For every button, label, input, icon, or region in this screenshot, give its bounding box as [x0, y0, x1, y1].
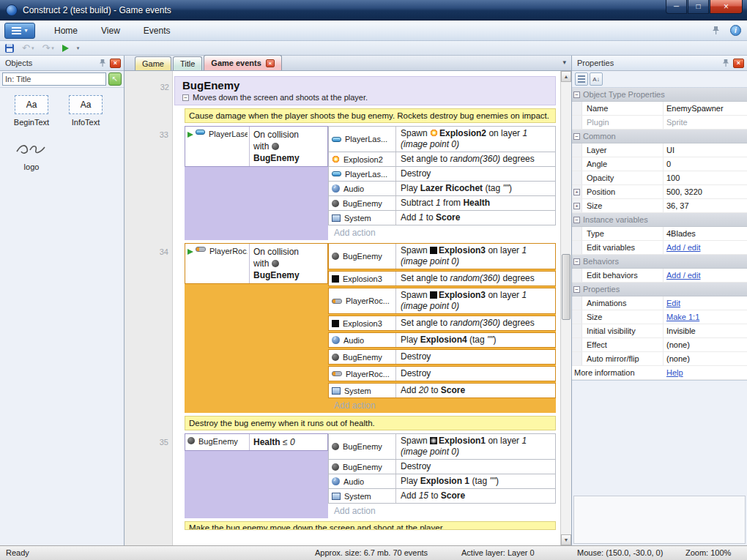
- action-row[interactable]: SystemAdd 20 to Score: [328, 383, 556, 398]
- action-row[interactable]: Explosion2Set angle to random(360) degre…: [328, 152, 556, 167]
- more-information-row[interactable]: More informationHelp: [572, 366, 747, 380]
- sort-alphabetical-icon[interactable]: A↓: [590, 72, 603, 86]
- action-row[interactable]: BugEnemySpawn Explosion3 on layer 1(imag…: [328, 243, 556, 269]
- property-link[interactable]: Add / edit: [666, 271, 700, 280]
- customize-button[interactable]: ▾: [77, 45, 80, 51]
- action-row[interactable]: SystemAdd 1 to Score: [328, 210, 556, 225]
- property-row[interactable]: Auto mirror/flip(none): [572, 352, 747, 366]
- property-row[interactable]: Type4Blades: [572, 227, 747, 241]
- property-row[interactable]: AnimationsEdit: [572, 296, 747, 310]
- save-button[interactable]: [5, 44, 14, 53]
- comment-block[interactable]: Destroy the bug enemy when it runs out o…: [185, 416, 556, 430]
- property-row[interactable]: Edit behaviorsAdd / edit: [572, 269, 747, 283]
- property-row[interactable]: Opacity100: [572, 171, 747, 185]
- collapse-category-button[interactable]: −: [573, 133, 580, 140]
- property-row[interactable]: Edit variablesAdd / edit: [572, 241, 747, 255]
- object-item-infotext[interactable]: AaInfoText: [59, 95, 113, 127]
- property-row[interactable]: NameEnemySpawner: [572, 102, 747, 116]
- action-row[interactable]: Explosion3Set angle to random(360) degre…: [328, 271, 556, 286]
- run-button[interactable]: [62, 45, 69, 52]
- pin-icon[interactable]: [712, 26, 720, 35]
- action-row[interactable]: BugEnemySubtract 1 from Health: [328, 195, 556, 211]
- tab-title[interactable]: Title: [173, 56, 202, 70]
- event-sheet[interactable]: 32BugEnemy−Moves down the screen and sho…: [124, 71, 571, 545]
- expand-row-button[interactable]: +: [573, 203, 580, 209]
- property-row[interactable]: Initial visibilityInvisible: [572, 324, 747, 338]
- vertical-scrollbar[interactable]: ▲ ▼: [560, 71, 571, 545]
- minimize-button[interactable]: ─: [666, 0, 687, 14]
- condition-cell[interactable]: PlayerRoc...On collisionwith BugEnemy: [185, 243, 328, 284]
- event-block-33[interactable]: 33PlayerLaserOn collisionwith BugEnemyPl…: [185, 126, 556, 240]
- tab-list-dropdown-icon[interactable]: ▾: [562, 59, 566, 66]
- pin-icon[interactable]: [99, 59, 106, 67]
- event-block-35[interactable]: 35BugEnemyHealth ≤ 0BugEnemySpawn Explos…: [185, 433, 556, 518]
- property-link[interactable]: Add / edit: [666, 243, 700, 252]
- property-row[interactable]: LayerUI: [572, 143, 747, 157]
- property-row[interactable]: SizeMake 1:1: [572, 310, 747, 324]
- property-row[interactable]: +Size36, 37: [572, 199, 747, 213]
- action-row[interactable]: AudioPlay Explosion 1 (tag ""): [328, 474, 556, 489]
- action-row[interactable]: AudioPlay Lazer Ricochet (tag ""): [328, 181, 556, 196]
- main-menu-button[interactable]: ▾: [4, 23, 35, 39]
- action-row[interactable]: PlayerLas...Spawn Explosion2 on layer 1(…: [328, 126, 556, 152]
- tab-game-events[interactable]: Game events×: [204, 55, 281, 70]
- add-action-link[interactable]: Add action: [328, 398, 556, 413]
- action-row[interactable]: PlayerRoc...Destroy: [328, 366, 556, 381]
- go-up-button[interactable]: ↖: [108, 72, 122, 86]
- property-link[interactable]: Edit: [666, 299, 680, 307]
- property-category[interactable]: −Object Type Properties: [572, 88, 747, 102]
- action-row[interactable]: SystemAdd 15 to Score: [328, 488, 556, 504]
- property-row[interactable]: PluginSprite: [572, 116, 747, 130]
- pin-icon[interactable]: [722, 59, 729, 67]
- scrollbar-thumb[interactable]: [562, 254, 571, 320]
- action-row[interactable]: BugEnemyDestroy: [328, 459, 556, 474]
- scroll-down-button[interactable]: ▼: [561, 534, 571, 545]
- collapse-category-button[interactable]: −: [573, 258, 580, 265]
- action-row[interactable]: PlayerRoc...Spawn Explosion3 on layer 1(…: [328, 288, 556, 314]
- close-panel-button[interactable]: ×: [110, 59, 121, 68]
- action-row[interactable]: BugEnemySpawn Explosion1 on layer 1(imag…: [328, 433, 556, 460]
- property-row[interactable]: +Position500, 3220: [572, 185, 747, 199]
- property-row[interactable]: Effect(none): [572, 338, 747, 352]
- condition-cell[interactable]: BugEnemyHealth ≤ 0: [185, 433, 328, 451]
- close-button[interactable]: ×: [710, 0, 743, 14]
- action-row[interactable]: AudioPlay Explosion4 (tag ""): [328, 332, 556, 348]
- collapse-group-button[interactable]: −: [182, 94, 189, 101]
- property-row[interactable]: Angle0: [572, 157, 747, 171]
- titlebar[interactable]: Construct 2 (test build) - Game events ─…: [0, 0, 747, 20]
- object-item-logo[interactable]: logo: [4, 140, 59, 171]
- action-row[interactable]: BugEnemyDestroy: [328, 349, 556, 365]
- add-action-link[interactable]: Add action: [328, 504, 556, 518]
- property-category[interactable]: −Behaviors: [572, 255, 747, 269]
- tab-game[interactable]: Game: [135, 56, 171, 70]
- object-item-begintext[interactable]: AaBeginText: [4, 95, 59, 127]
- comment-block[interactable]: Make the bug enemy move down the screen …: [185, 521, 556, 530]
- collapse-category-button[interactable]: −: [573, 217, 580, 223]
- ribbon-tab-home[interactable]: Home: [42, 22, 89, 40]
- group-header[interactable]: 32BugEnemy−Moves down the screen and sho…: [174, 76, 556, 105]
- collapse-category-button[interactable]: −: [573, 286, 580, 293]
- add-action-link[interactable]: Add action: [328, 225, 556, 240]
- action-row[interactable]: PlayerLas...Destroy: [328, 166, 556, 182]
- property-category[interactable]: −Common: [572, 130, 747, 143]
- help-link[interactable]: Help: [666, 368, 683, 377]
- close-tab-button[interactable]: ×: [266, 59, 275, 67]
- info-icon[interactable]: i: [730, 25, 741, 36]
- comment-block[interactable]: Cause damage when the player shoots the …: [185, 108, 556, 123]
- scroll-up-button[interactable]: ▲: [561, 71, 571, 82]
- collapse-category-button[interactable]: −: [573, 92, 580, 98]
- ribbon-tab-events[interactable]: Events: [132, 22, 182, 40]
- condition-cell[interactable]: PlayerLaserOn collisionwith BugEnemy: [185, 126, 328, 167]
- expand-row-button[interactable]: +: [573, 189, 580, 195]
- close-panel-button[interactable]: ×: [733, 59, 744, 68]
- action-row[interactable]: Explosion3Set angle to random(360) degre…: [328, 316, 556, 331]
- undo-button[interactable]: ↶▾: [22, 43, 34, 53]
- redo-button[interactable]: ↷▾: [42, 43, 53, 53]
- ribbon-tab-view[interactable]: View: [89, 22, 132, 40]
- property-category[interactable]: −Instance variables: [572, 213, 747, 227]
- maximize-button[interactable]: □: [688, 0, 709, 14]
- property-category[interactable]: −Properties: [572, 283, 747, 296]
- categorized-view-icon[interactable]: [575, 72, 588, 86]
- event-block-34[interactable]: 34PlayerRoc...On collisionwith BugEnemyB…: [185, 243, 556, 413]
- property-link[interactable]: Make 1:1: [666, 313, 699, 321]
